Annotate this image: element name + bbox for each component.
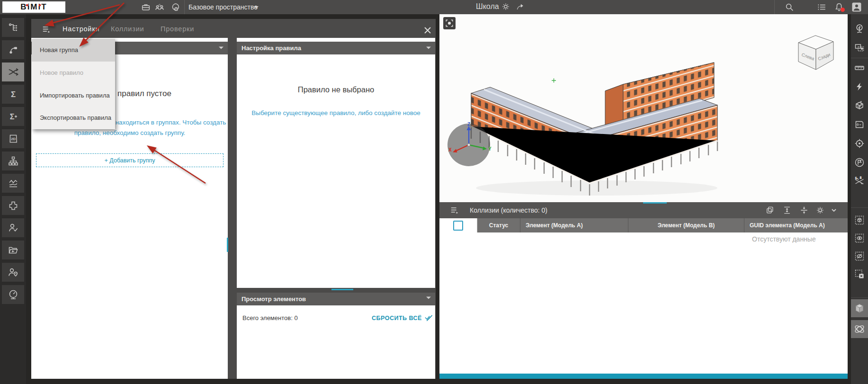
panel-menu-icon[interactable] xyxy=(42,25,51,34)
svg-text:Σ: Σ xyxy=(9,113,14,121)
chevron-down-icon[interactable] xyxy=(218,45,224,50)
org-chart-button[interactable] xyxy=(2,152,24,170)
clock-badge-icon[interactable] xyxy=(169,2,179,12)
fit-height-icon[interactable] xyxy=(782,205,792,215)
select-all-checkbox[interactable] xyxy=(453,221,463,231)
collisions-shuffle-button[interactable] xyxy=(2,63,24,81)
viewport-bottom-bar xyxy=(439,374,848,379)
collision-lines-button[interactable]: 12 xyxy=(852,174,867,188)
team-icon[interactable] xyxy=(154,2,165,12)
reset-all-button[interactable]: СБРОСИТЬ ВСЁ xyxy=(372,314,433,322)
puzzle-button[interactable] xyxy=(2,196,24,215)
logo-dot xyxy=(26,4,28,6)
rule-empty-title: Правило не выбрано xyxy=(237,85,435,94)
sheet-2d-button[interactable]: 2D xyxy=(2,129,24,148)
menu-item-new-rule: Новое правило xyxy=(32,62,115,84)
navigation-cube[interactable]: Слева Сзади xyxy=(792,31,839,71)
collisions-table-header: Статус Элемент (Модель A) Элемент (Модел… xyxy=(439,218,848,232)
menu-item-new-group[interactable]: Новая группа xyxy=(32,39,115,62)
collisions-title: Коллизии (количество: 0) xyxy=(470,206,547,214)
solid-cube-button[interactable] xyxy=(851,299,868,317)
clear-box-button[interactable] xyxy=(852,267,867,281)
clear-filter-icon xyxy=(424,314,433,322)
divider xyxy=(184,0,185,14)
tab-checks[interactable]: Проверки xyxy=(161,25,194,33)
section-cube-button[interactable] xyxy=(852,98,867,113)
project-settings-gear-icon[interactable] xyxy=(501,2,510,11)
gear-icon[interactable] xyxy=(815,205,825,215)
column-guid-a[interactable]: GUID элемента (Модель A) xyxy=(744,218,848,232)
drawing-sheet-button[interactable] xyxy=(852,117,867,132)
list-icon[interactable] xyxy=(816,2,827,12)
axis-x-label: X xyxy=(448,147,452,152)
right-toolbar: 12 xyxy=(851,14,868,384)
collisions-header: Коллизии (количество: 0) xyxy=(439,202,848,218)
elements-view-card: Просмотр элементов Всего элементов: 0 СБ… xyxy=(237,293,435,379)
briefcase-icon[interactable] xyxy=(141,2,151,12)
account-icon[interactable] xyxy=(851,1,862,13)
menu-item-import-rules[interactable]: Импортировать правила xyxy=(32,84,115,107)
column-element-b[interactable]: Элемент (Модель B) xyxy=(628,218,744,232)
user-check-button[interactable] xyxy=(2,218,24,237)
rule-settings-title: Настройка правила xyxy=(242,45,301,52)
svg-text:1: 1 xyxy=(855,177,857,179)
flag-button[interactable] xyxy=(852,155,867,170)
close-icon[interactable] xyxy=(423,26,432,35)
tab-collisions[interactable]: Коллизии xyxy=(111,25,144,33)
target-button[interactable] xyxy=(852,136,867,151)
show-eye-button[interactable] xyxy=(852,231,867,245)
column-element-a[interactable]: Элемент (Модель A) xyxy=(520,218,628,232)
total-elements-label: Всего элементов: 0 xyxy=(242,314,298,321)
logo-dot xyxy=(39,4,41,6)
search-icon[interactable] xyxy=(784,2,795,12)
sigma-plus-button[interactable]: Σ xyxy=(2,107,24,126)
bimit-logo[interactable]: BiMiT xyxy=(2,1,65,13)
viewport-3d[interactable]: Слева Сзади Z X Y Коллизии (количество: … xyxy=(439,14,848,379)
bell-icon[interactable] xyxy=(834,2,844,12)
hide-eye-button[interactable] xyxy=(852,249,867,263)
copy-icon[interactable] xyxy=(765,205,775,215)
collapse-center-icon[interactable] xyxy=(799,205,809,215)
tree-structure-button[interactable] xyxy=(2,18,24,37)
folder-export-button[interactable] xyxy=(2,241,24,259)
select-objects-button[interactable] xyxy=(852,41,867,55)
collisions-panel: Коллизии (количество: 0) xyxy=(439,202,848,374)
notification-dot xyxy=(841,8,845,12)
collisions-empty-text: Отсутствуют данные xyxy=(752,235,816,243)
splitter-handle[interactable] xyxy=(643,202,667,204)
ruler-button[interactable] xyxy=(852,61,867,75)
graph-lines-button[interactable] xyxy=(2,174,24,193)
workspace-selector[interactable]: Базовое пространство xyxy=(188,3,258,11)
bimit-app: BiMiT Базовое пространство Школа xyxy=(0,0,868,384)
project-title: Школа xyxy=(476,2,499,11)
chevron-down-icon[interactable] xyxy=(426,45,431,50)
building-model[interactable] xyxy=(455,44,739,200)
axis-gizmo[interactable]: Z X Y xyxy=(444,120,493,170)
share-icon[interactable] xyxy=(516,2,525,11)
chevron-down-icon[interactable] xyxy=(426,295,431,300)
add-group-button[interactable]: + Добавить группу xyxy=(36,153,224,167)
rule-settings-header[interactable]: Настройка правила xyxy=(237,42,435,54)
top-bar: BiMiT Базовое пространство Школа xyxy=(0,0,868,14)
column-status[interactable]: Статус xyxy=(477,218,520,232)
elements-view-title: Просмотр элементов xyxy=(242,295,306,303)
sigma-button[interactable]: Σ xyxy=(2,85,24,104)
rules-window: Настройки Коллизии Проверки Дерево прави… xyxy=(31,19,436,379)
flash-button[interactable] xyxy=(852,80,867,94)
collisions-menu-icon[interactable] xyxy=(450,206,459,214)
splitter-handle[interactable] xyxy=(331,289,353,290)
menu-item-export-rules[interactable]: Экспортировать правила xyxy=(32,107,115,129)
splitter-handle[interactable] xyxy=(227,238,228,252)
gauge-button[interactable] xyxy=(2,285,24,304)
branch-button[interactable] xyxy=(2,40,24,59)
user-pin-button[interactable] xyxy=(2,263,24,282)
focus-region-icon[interactable] xyxy=(443,17,456,29)
elements-view-header[interactable]: Просмотр элементов xyxy=(237,293,435,305)
left-toolbar: Σ Σ 2D ? xyxy=(0,14,26,384)
tab-settings[interactable]: Настройки xyxy=(63,25,99,33)
chevron-down-icon[interactable] xyxy=(254,6,259,9)
chevron-down-icon[interactable] xyxy=(831,207,837,214)
ghost-cube-button[interactable] xyxy=(852,213,867,227)
tree-plant-button[interactable] xyxy=(852,22,867,36)
orbit-button[interactable] xyxy=(851,320,868,338)
